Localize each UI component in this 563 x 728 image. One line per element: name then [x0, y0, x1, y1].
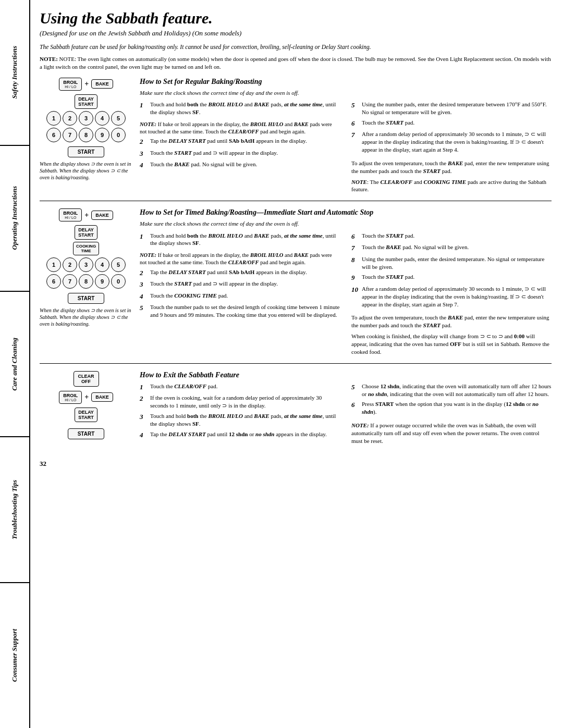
- step-2-8: 8 Using the number pads, enter the desir…: [351, 255, 552, 271]
- num-6-btn-1[interactable]: 6: [46, 128, 61, 142]
- note-text: NOTE: NOTE: The oven light comes on auto…: [40, 55, 552, 71]
- step-3-3: 3 Touch and hold both the BROIL HI/LO an…: [140, 412, 340, 428]
- section3-steps-right: 5 Choose 12 shdn, indicating that the ov…: [351, 382, 552, 445]
- step-2-3: 3 Touch the START pad and ⊃ will appear …: [140, 280, 340, 289]
- sidebar-label-troubleshooting: Troubleshooting Tips: [10, 480, 19, 539]
- num-9-btn-2[interactable]: 9: [95, 274, 109, 289]
- diagram-caption-1: When the display shows ⊃ the oven is set…: [40, 161, 132, 181]
- num-2-btn-1[interactable]: 2: [63, 111, 77, 126]
- section2-steps-right: 6 Touch the START pad. 7 Touch the BAKE …: [351, 232, 552, 356]
- step-2-2: 2 Tap the DELAY START pad until SAb bAtH…: [140, 268, 340, 278]
- section3-steps-left: 1 Touch the CLEAR/OFF pad. 2 If the oven…: [140, 382, 340, 445]
- page: Safety Instructions Operating Instructio…: [0, 0, 563, 728]
- section1-adjust-note: To adjust the oven temperature, touch th…: [351, 159, 552, 175]
- section1-final-note: NOTE: The CLEAR/OFF and COOKING TIME pad…: [351, 178, 552, 194]
- step-1-4: 4 Touch the BAKE pad. No signal will be …: [140, 161, 340, 170]
- section1-two-col: 1 Touch and hold both the BROIL HI/LO an…: [140, 101, 552, 193]
- section1-subheading: Make sure the clock shows the correct ti…: [140, 89, 552, 96]
- sidebar-section-troubleshooting: Troubleshooting Tips: [0, 437, 29, 583]
- section2-subheading: Make sure the clock shows the correct ti…: [140, 220, 552, 227]
- num-7-btn-2[interactable]: 7: [63, 274, 77, 289]
- step-1-5: 5 Using the number pads, enter the desir…: [351, 101, 552, 116]
- step-2-10: 10 After a random delay period of approx…: [351, 285, 552, 309]
- section2-heading: How to Set for Timed Baking/Roasting—Imm…: [140, 208, 552, 217]
- num-4-btn-2[interactable]: 4: [95, 257, 109, 272]
- section3-heading: How to Exit the Sabbath Feature: [140, 371, 552, 379]
- section1-left-col: BROILHI / LO + BAKE DELAYSTART 1 2 3 4 5…: [40, 78, 132, 193]
- step-1-3: 3 Touch the START pad and ⊃ will appear …: [140, 149, 340, 158]
- num-1-btn-1[interactable]: 1: [46, 111, 61, 126]
- step-1-note: NOTE: If bake or broil appears in the di…: [140, 121, 340, 135]
- step-3-6: 6 Press START when the option that you w…: [351, 400, 552, 416]
- page-title: Using the Sabbath feature.: [40, 9, 552, 27]
- bake-btn-2[interactable]: BAKE: [91, 211, 113, 220]
- section2-steps-left: 1 Touch and hold both the BROIL HI/LO an…: [140, 232, 340, 356]
- plus-sign-3: +: [84, 393, 89, 401]
- num-8-btn-1[interactable]: 8: [79, 128, 93, 142]
- num-2-btn-2[interactable]: 2: [63, 257, 77, 272]
- section-exit-sabbath: CLEAROFF BROILHI / LO + BAKE DELAYSTART …: [40, 371, 552, 452]
- num-6-btn-2[interactable]: 6: [46, 274, 61, 289]
- start-btn-1[interactable]: START: [68, 146, 105, 157]
- sidebar-section-operating: Operating Instructions: [0, 146, 29, 292]
- step-2-6: 6 Touch the START pad.: [351, 232, 552, 241]
- num-4-btn-1[interactable]: 4: [95, 111, 109, 126]
- section2-adjust-note: To adjust the oven temperature, touch th…: [351, 314, 552, 329]
- num-0-btn-1[interactable]: 0: [111, 128, 126, 142]
- cooking-time-btn[interactable]: COOKINGTIME: [73, 242, 99, 255]
- numpad-row1-2: 1 2 3 4 5: [46, 257, 126, 272]
- broil-hi-lo-btn-3[interactable]: BROILHI / LO: [59, 391, 82, 404]
- num-1-btn-2[interactable]: 1: [46, 257, 61, 272]
- num-8-btn-2[interactable]: 8: [79, 274, 93, 289]
- step-1-1: 1 Touch and hold both the BROIL HI/LO an…: [140, 101, 340, 116]
- section-regular-baking: BROILHI / LO + BAKE DELAYSTART 1 2 3 4 5…: [40, 78, 552, 201]
- delay-start-btn-3[interactable]: DELAYSTART: [75, 408, 97, 422]
- broil-hi-lo-btn-2[interactable]: BROILHI / LO: [59, 208, 82, 221]
- sidebar: Safety Instructions Operating Instructio…: [0, 0, 30, 728]
- top-buttons-2: BROILHI / LO + BAKE: [59, 208, 113, 221]
- num-0-btn-2[interactable]: 0: [111, 274, 126, 289]
- step-2-note: NOTE: If bake or broil appears in the di…: [140, 252, 340, 266]
- delay-start-btn-1[interactable]: DELAYSTART: [75, 94, 97, 109]
- plus-sign-1: +: [84, 80, 89, 88]
- sidebar-section-consumer: Consumer Support: [0, 583, 29, 728]
- section-timed-baking: BROILHI / LO + BAKE DELAYSTART COOKINGTI…: [40, 208, 552, 363]
- clear-off-btn[interactable]: CLEAROFF: [74, 371, 99, 387]
- start-btn-3[interactable]: START: [68, 428, 105, 439]
- section3-power-note: NOTE: If a power outage occurred while t…: [351, 422, 552, 445]
- main-content: Using the Sabbath feature. (Designed for…: [30, 0, 563, 728]
- section2-left-col: BROILHI / LO + BAKE DELAYSTART COOKINGTI…: [40, 208, 132, 355]
- num-7-btn-1[interactable]: 7: [63, 128, 77, 142]
- section2-two-col: 1 Touch and hold both the BROIL HI/LO an…: [140, 232, 552, 356]
- num-9-btn-1[interactable]: 9: [95, 128, 109, 142]
- step-1-6: 6 Touch the START pad.: [351, 119, 552, 128]
- section3-right-col: How to Exit the Sabbath Feature 1 Touch …: [140, 371, 552, 445]
- num-3-btn-2[interactable]: 3: [79, 257, 93, 272]
- section1-steps-right: 5 Using the number pads, enter the desir…: [351, 101, 552, 193]
- sidebar-section-safety: Safety Instructions: [0, 0, 29, 146]
- sidebar-label-safety: Safety Instructions: [10, 46, 19, 99]
- sidebar-label-consumer: Consumer Support: [10, 629, 19, 682]
- bake-btn-1[interactable]: BAKE: [91, 79, 113, 89]
- start-btn-2[interactable]: START: [68, 293, 105, 304]
- plus-sign-2: +: [84, 211, 89, 219]
- delay-start-btn-2[interactable]: DELAYSTART: [75, 225, 97, 240]
- step-2-4: 4 Touch the COOKING TIME pad.: [140, 292, 340, 301]
- sidebar-label-operating: Operating Instructions: [10, 186, 19, 250]
- num-5-btn-2[interactable]: 5: [111, 257, 126, 272]
- page-number: 32: [40, 460, 552, 468]
- section3-two-col: 1 Touch the CLEAR/OFF pad. 2 If the oven…: [140, 382, 552, 445]
- intro-text: The Sabbath feature can be used for baki…: [40, 43, 552, 51]
- step-3-4: 4 Tap the DELAY START pad until 12 shdn …: [140, 430, 340, 440]
- keypad-diagram-3: CLEAROFF BROILHI / LO + BAKE DELAYSTART …: [40, 371, 132, 439]
- bake-btn-3[interactable]: BAKE: [91, 392, 113, 402]
- numpad-row2-2: 6 7 8 9 0: [46, 274, 126, 289]
- section1-right-col: How to Set for Regular Baking/Roasting M…: [140, 78, 552, 193]
- numpad-row2-1: 6 7 8 9 0: [46, 128, 126, 142]
- num-5-btn-1[interactable]: 5: [111, 111, 126, 126]
- broil-hi-lo-btn-1[interactable]: BROILHI / LO: [59, 78, 82, 91]
- num-3-btn-1[interactable]: 3: [79, 111, 93, 126]
- sidebar-section-care: Care and Cleaning: [0, 292, 29, 438]
- top-buttons-1: BROILHI / LO + BAKE: [59, 78, 113, 91]
- step-2-5: 5 Touch the number pads to set the desir…: [140, 303, 340, 319]
